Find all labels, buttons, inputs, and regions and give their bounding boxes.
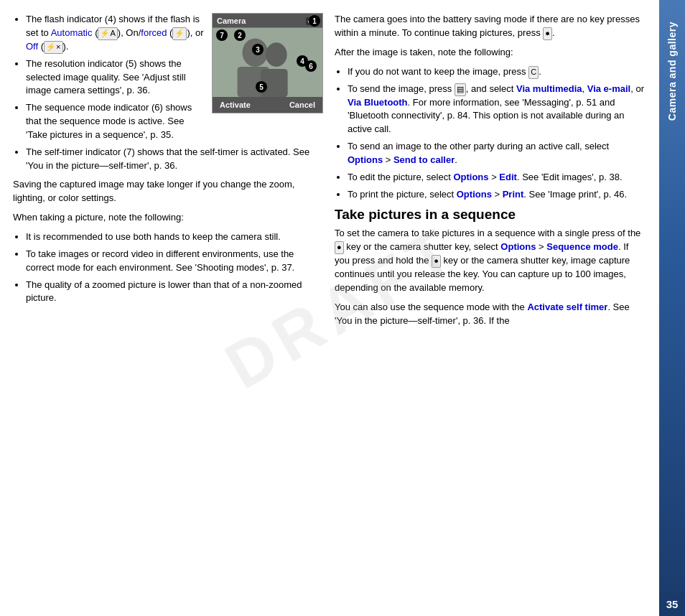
- flash-auto-icon: ⚡A: [98, 27, 117, 40]
- camera-ui-block: Camera 49: [212, 13, 323, 113]
- selftimer-text: The self-timer indicator (7) shows that …: [26, 146, 309, 171]
- cam-activate-btn[interactable]: Activate: [220, 101, 251, 109]
- environments-text: To take images or record video in differ…: [26, 248, 294, 273]
- c-button-icon: C: [528, 66, 539, 79]
- circle-key-icon-2: ●: [432, 255, 441, 268]
- via-email-link: Via e-mail: [587, 83, 630, 94]
- menu-icon: ▤: [455, 83, 466, 96]
- flash-off-icon: ⚡×: [44, 41, 62, 54]
- list-item-selftimer: The self-timer indicator (7) shows that …: [26, 146, 323, 173]
- list-item-zoom: The quality of a zoomed picture is lower…: [26, 279, 323, 306]
- list-item-keep: If you do not want to keep the image, pr…: [348, 65, 645, 79]
- options-link-2: Options: [453, 172, 488, 182]
- flash-forced-link: forced: [141, 27, 167, 38]
- seq-options-link: Options: [500, 241, 536, 252]
- list-item-edit: To edit the picture, select Options > Ed…: [348, 171, 645, 185]
- after-image-list: If you do not want to keep the image, pr…: [335, 65, 645, 202]
- left-column: Camera 49: [13, 13, 323, 334]
- sidebar-title: Camera and gallery: [666, 22, 678, 121]
- sequence-section-title: Take pictures in a sequence: [335, 207, 645, 223]
- cam-num-6: 6: [305, 60, 317, 72]
- main-content: Camera 49: [0, 0, 659, 616]
- flash-on-icon: ⚡: [172, 27, 187, 40]
- print-link: Print: [503, 189, 524, 200]
- via-multimedia-link: Via multimedia: [516, 83, 582, 94]
- circle-key-icon-1: ●: [335, 241, 344, 254]
- flash-off-link: Off: [26, 41, 38, 52]
- circle-press-icon: ●: [543, 27, 552, 40]
- options-link-1: Options: [348, 154, 383, 165]
- right-column: The camera goes into the battery saving …: [335, 13, 645, 334]
- seq-mode-link: Sequence mode: [546, 241, 618, 252]
- camera-bottom-bar: Activate Cancel: [213, 97, 322, 113]
- camera-top-bar: Camera 49: [213, 14, 322, 28]
- list-item-hands: It is recommended to use both hands to k…: [26, 230, 323, 244]
- camera-label: Camera: [217, 17, 246, 25]
- saving-para: Saving the captured image may take longe…: [13, 178, 323, 205]
- send-to-caller-link: Send to caller: [393, 154, 455, 165]
- via-bluetooth-link: Via Bluetooth: [348, 97, 408, 108]
- flash-automatic-link: Automatic: [51, 27, 93, 38]
- tips-bullet-list: It is recommended to use both hands to k…: [13, 230, 323, 305]
- flash-text-2: (: [93, 27, 98, 38]
- page-number: 35: [659, 592, 685, 616]
- sequence-text: The sequence mode indicator (6) shows th…: [26, 102, 192, 140]
- hands-text: It is recommended to use both hands to k…: [26, 231, 281, 242]
- options-link-3: Options: [457, 189, 492, 200]
- cam-num-1: 1: [309, 15, 320, 27]
- camera-ui: Camera 49: [212, 13, 323, 113]
- activate-self-timer-link: Activate self timer: [527, 302, 607, 312]
- cam-num-3: 3: [252, 44, 264, 55]
- cam-cancel-btn[interactable]: Cancel: [289, 101, 315, 109]
- sequence-para1: To set the camera to take pictures in a …: [335, 227, 645, 294]
- edit-link: Edit: [499, 172, 517, 182]
- battery-para: The camera goes into the battery saving …: [335, 13, 645, 40]
- list-item-environments: To take images or record video in differ…: [26, 248, 323, 275]
- sequence-para2: You can also use the sequence mode with …: [335, 301, 645, 328]
- cam-num-7: 7: [216, 29, 228, 41]
- after-image-para: After the image is taken, note the follo…: [335, 46, 645, 60]
- zoom-text: The quality of a zoomed picture is lower…: [26, 279, 302, 304]
- list-item-send-caller: To send an image to the other party duri…: [348, 140, 645, 167]
- sidebar: Camera and gallery 35: [659, 0, 685, 616]
- cam-num-2: 2: [234, 29, 246, 41]
- when-taking-para: When taking a picture, note the followin…: [13, 211, 323, 225]
- list-item-send: To send the image, press ▤, and select V…: [348, 83, 645, 136]
- resolution-text: The resolution indicator (5) shows the s…: [26, 58, 186, 96]
- list-item-print: To print the picture, select Options > P…: [348, 188, 645, 202]
- two-column-section: Camera 49: [13, 13, 645, 334]
- cam-num-5: 5: [256, 81, 267, 93]
